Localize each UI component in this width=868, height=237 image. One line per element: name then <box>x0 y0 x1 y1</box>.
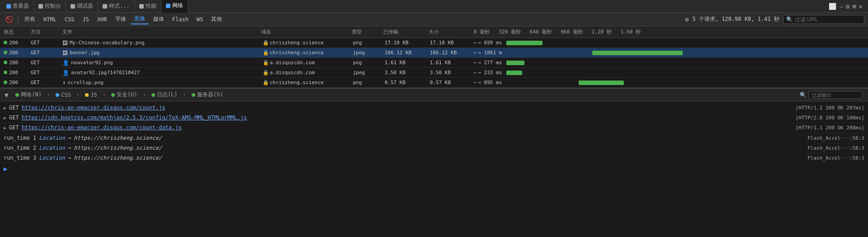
cell-timeline: → → 277 ms <box>473 60 866 66</box>
url-filter-input[interactable] <box>795 16 858 23</box>
filter-html[interactable]: HTML <box>40 15 60 24</box>
file-name: noavatar92.png <box>71 60 113 66</box>
tab-debugger-label: 调试器 <box>77 2 93 10</box>
tab-inspector[interactable]: 查看器 <box>2 0 34 13</box>
list-item: run_time 3 Location → https://chriszheng… <box>4 153 864 163</box>
table-row[interactable]: 200 GET 🖼 My-Chinese-vocabulary.png 🔒chr… <box>0 38 868 48</box>
gear-icon[interactable]: ⚙ <box>846 3 849 10</box>
tab-style-label: 样式... <box>109 2 130 10</box>
status-dot <box>4 51 7 54</box>
filter-other[interactable]: 其他 <box>208 14 226 24</box>
expand-arrow[interactable]: ▶ <box>4 124 6 132</box>
split-icon[interactable]: ⊞ <box>852 3 856 10</box>
cell-type: jpeg <box>351 50 383 56</box>
url-filter-input-wrap[interactable]: 🔍 <box>783 15 864 24</box>
list-item: run_time 2 Location → https://chriszheng… <box>4 143 864 153</box>
timeline-arrow: → <box>473 40 476 46</box>
console-icon <box>38 4 43 9</box>
toolbar-divider <box>18 15 18 24</box>
bottom-panel-toggle[interactable]: ▼ <box>2 91 11 99</box>
bottom-tab-security-label: 安全(U) <box>117 91 137 99</box>
dot-security <box>111 93 115 97</box>
table-row[interactable]: 200 GET 🖼 banner.jpg 🔒chriszheng.science… <box>0 48 868 58</box>
filter-all[interactable]: 所有 <box>21 14 39 24</box>
cell-domain: 🔒chriszheng.science <box>261 50 351 56</box>
table-row[interactable]: 200 GET ⬆ scrollup.png 🔒chriszheng.scien… <box>0 78 868 88</box>
tick-2: 640 毫秒 <box>530 28 552 35</box>
tab-debugger[interactable]: 调试器 <box>66 0 98 13</box>
console-prompt-line[interactable]: ▶ <box>4 163 864 175</box>
clear-icon[interactable]: 🚫 <box>4 16 15 23</box>
table-row[interactable]: 200 GET 👤 avatar92.jpg?1470210427 🔒a.dis… <box>0 68 868 78</box>
inspector-icon <box>6 4 11 9</box>
bottom-tab-log[interactable]: 日志(L) <box>148 89 181 101</box>
file-type-icon: 🖼 <box>62 40 68 46</box>
filter-font[interactable]: 字体 <box>112 14 130 24</box>
bottom-tab-network[interactable]: 网络(N) <box>12 89 45 101</box>
status-dot <box>4 61 7 64</box>
bottom-tab-js[interactable]: JS <box>81 89 100 101</box>
bottom-tab-server-label: 服务器(S) <box>197 91 223 99</box>
close-icon[interactable]: ✕ <box>859 3 863 10</box>
filter-ws[interactable]: WS <box>193 15 207 24</box>
expand-arrow[interactable]: ▶ <box>4 114 6 122</box>
cell-transferred: 0.57 KB <box>383 80 428 85</box>
bottom-tab-security[interactable]: 安全(U) <box>108 89 141 101</box>
cell-type: png <box>351 40 383 46</box>
tab-perf-label: 性能 <box>146 2 156 10</box>
bottom-panel: ▼ 网络(N) • CSS • JS • 安全(U) • 日志(L) • 服务器… <box>0 88 868 200</box>
filter-css[interactable]: CSS <box>61 15 78 24</box>
filter-media[interactable]: 媒体 <box>150 14 168 24</box>
bottom-tab-css[interactable]: CSS <box>52 89 75 101</box>
bottom-tab-js-label: JS <box>90 92 97 98</box>
status-dot <box>4 41 7 44</box>
expand-arrow[interactable]: ▶ <box>4 104 6 112</box>
cell-method: GET <box>29 60 61 66</box>
runtime-text: run_time 2 <box>4 144 36 152</box>
col-header-transferred: 已传输 <box>382 28 427 35</box>
restore-icon[interactable]: ⬜ <box>829 3 836 10</box>
search-icon: 🔍 <box>786 16 793 23</box>
bottom-tab-network-label: 网络(N) <box>21 91 42 99</box>
filter-js[interactable]: JS <box>79 15 93 24</box>
filter-output-icon: 🔍 <box>800 92 807 98</box>
console-url-link[interactable]: https://chris-an-emacser.disqus.com/coun… <box>22 104 165 112</box>
console-url-link[interactable]: https://chris-an-emacser.disqus.com/coun… <box>22 123 182 132</box>
cell-type: png <box>351 60 383 66</box>
tab-perf[interactable]: 性能 <box>135 0 161 13</box>
status-dot <box>4 71 7 74</box>
minimize-icon[interactable]: — <box>839 3 843 10</box>
filter-flash[interactable]: Flash <box>169 15 192 24</box>
flash-accel: Flash_Accel···:58:3 <box>807 144 864 152</box>
table-row[interactable]: 200 GET 👤 noavatar92.png 🔒a.disquscdn.co… <box>0 58 868 68</box>
location-label: Location <box>39 154 65 162</box>
lock-icon: 🔒 <box>263 50 269 56</box>
filter-output-input[interactable] <box>808 91 863 99</box>
cell-file: 🖼 My-Chinese-vocabulary.png <box>61 40 261 46</box>
tab-console-label: 控制台 <box>45 2 61 10</box>
toolbar-stats-area: ⊙ 5 个请求, 128.98 KB, 1.41 秒 🔍 <box>685 15 864 24</box>
tab-style[interactable]: 样式... <box>98 0 135 13</box>
cell-size: 17.18 KB <box>428 40 473 46</box>
filter-images[interactable]: 图像 <box>131 14 149 24</box>
bottom-tab-log-label: 日志(L) <box>157 91 178 99</box>
cell-type: png <box>351 80 383 85</box>
arrow-text: → <box>68 144 71 152</box>
dot-network <box>15 93 19 97</box>
tab-network-label: 网络 <box>172 2 183 9</box>
cell-status: 200 <box>2 40 29 46</box>
cell-method: GET <box>29 50 61 56</box>
filter-xhr[interactable]: XHR <box>94 15 111 24</box>
cell-type: jpeg <box>351 70 383 76</box>
prompt-icon: ▶ <box>4 164 7 174</box>
lock-icon: 🔒 <box>263 60 269 66</box>
cell-method: GET <box>29 40 61 46</box>
console-output: ▶ GET https://chris-an-emacser.disqus.co… <box>0 101 868 200</box>
cell-timeline: → → 699 ms <box>473 40 866 46</box>
bottom-tab-server[interactable]: 服务器(S) <box>188 89 227 101</box>
tab-network[interactable]: 网络 <box>161 0 188 13</box>
circle-icon: ⊙ <box>685 16 689 23</box>
file-type-icon: 👤 <box>62 60 69 66</box>
tab-console[interactable]: 控制台 <box>34 0 66 13</box>
console-url-link[interactable]: https://cdn.bootcss.com/mathjax/2.5.3/co… <box>22 114 247 122</box>
